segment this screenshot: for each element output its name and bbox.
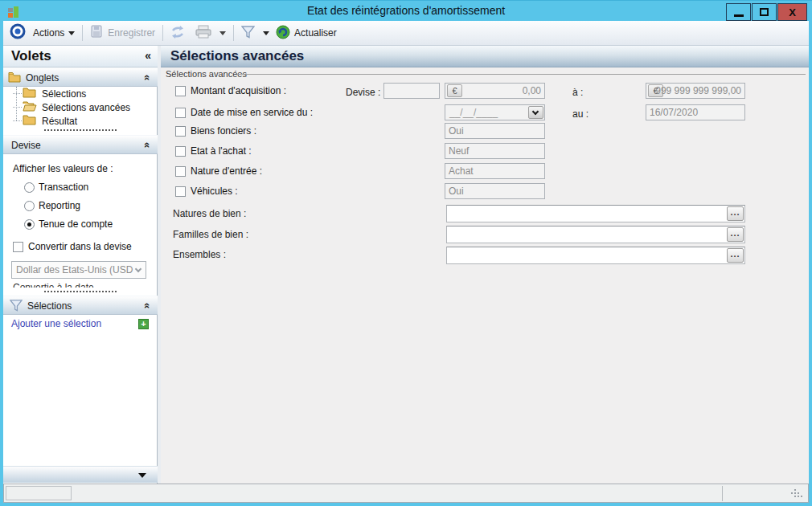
- refresh-green-icon: [276, 25, 290, 42]
- amount-to-field[interactable]: € 999 999 999 999,00: [646, 83, 745, 99]
- actions-label: Actions: [33, 27, 64, 39]
- window-title: Etat des réintégrations d'amortissement: [0, 4, 812, 17]
- resize-grip[interactable]: [794, 489, 804, 499]
- selections-section-header[interactable]: Sélections «: [3, 296, 158, 315]
- section-splitter-handle[interactable]: [44, 291, 117, 292]
- actualiser-label: Actualiser: [294, 27, 337, 39]
- devise-section-header[interactable]: Devise «: [3, 135, 158, 154]
- date-to-field[interactable]: 16/07/2020: [646, 104, 745, 120]
- etat-achat-checkbox[interactable]: Etat à l'achat :: [175, 145, 252, 157]
- browse-button[interactable]: ...: [727, 206, 744, 221]
- actions-button[interactable]: Actions: [30, 23, 78, 43]
- date-dropdown-button[interactable]: [528, 106, 543, 119]
- nature-entree-field[interactable]: Achat: [445, 163, 545, 179]
- amount-from-field[interactable]: € 0,00: [445, 83, 545, 99]
- montant-acquisition-checkbox[interactable]: Montant d'acquisition :: [175, 85, 286, 96]
- browse-button[interactable]: ...: [727, 248, 744, 263]
- volets-title: Volets: [11, 48, 51, 64]
- sidebar-item-selections-avancees[interactable]: Sélections avancées: [13, 100, 154, 114]
- vehicules-checkbox[interactable]: Véhicules :: [175, 186, 238, 197]
- group-legend: Sélections avancées: [166, 69, 247, 79]
- refresh-icon: [170, 26, 185, 41]
- familles-de-bien-label: Familles de bien :: [173, 229, 248, 240]
- chevron-down-icon: [68, 31, 75, 35]
- biens-fonciers-field[interactable]: Oui: [445, 123, 545, 139]
- radio-label: Tenue de compte: [39, 218, 113, 230]
- vehicules-field[interactable]: Oui: [445, 183, 545, 199]
- biens-fonciers-checkbox[interactable]: Biens fonciers :: [175, 125, 256, 137]
- au-label: au :: [572, 108, 588, 120]
- radio-tenue-de-compte[interactable]: Tenue de compte: [24, 218, 113, 230]
- field-value: Neuf: [449, 145, 469, 157]
- natures-de-bien-input[interactable]: ...: [446, 205, 745, 222]
- date-to-value: 16/07/2020: [650, 107, 698, 118]
- natures-de-bien-label: Natures de bien :: [173, 208, 246, 219]
- sidebar-scroll-down-button[interactable]: [3, 466, 158, 483]
- radio-icon: [24, 201, 35, 211]
- convert-currency-checkbox[interactable]: Convertir dans la devise: [13, 241, 132, 252]
- close-button[interactable]: X: [777, 3, 807, 21]
- section-splitter-handle[interactable]: [44, 129, 117, 131]
- collapse-panel-icon[interactable]: «: [145, 49, 151, 62]
- workspace: Volets « Onglets « Sélections: [3, 46, 809, 484]
- add-selection-link[interactable]: Ajouter une sélection: [11, 318, 101, 329]
- title-bar: Etat des réintégrations d'amortissement …: [0, 0, 812, 21]
- sidebar-volets: Volets « Onglets « Sélections: [3, 46, 158, 484]
- add-selection-plus-button[interactable]: +: [138, 319, 149, 329]
- nature-entree-checkbox[interactable]: Nature d'entrée :: [175, 165, 262, 177]
- onglets-section-header[interactable]: Onglets «: [3, 67, 158, 87]
- onglets-title: Onglets: [26, 72, 59, 84]
- toolbar-separator: [162, 25, 163, 41]
- checkbox-label: Véhicules :: [191, 186, 238, 197]
- filter-funnel-icon: [241, 26, 255, 41]
- checkbox-icon: [175, 186, 186, 197]
- date-from-dropdown[interactable]: __/__/____: [445, 104, 545, 120]
- main-panel: Sélections avancées Sélections avancées …: [161, 46, 809, 484]
- actualiser-button[interactable]: Actualiser: [273, 23, 340, 43]
- currency-dropdown[interactable]: Dollar des Etats-Unis (USD: [11, 261, 146, 279]
- checkbox-icon: [13, 242, 23, 252]
- status-bar: [3, 484, 809, 503]
- save-button[interactable]: Enregistrer: [87, 23, 158, 43]
- field-value: Oui: [449, 186, 464, 197]
- tree-item-label: Sélections: [42, 88, 86, 100]
- date-mask: __/__/____: [449, 107, 498, 118]
- ensembles-input[interactable]: ...: [446, 247, 745, 264]
- familles-de-bien-input[interactable]: ...: [446, 226, 745, 243]
- collapse-section-icon[interactable]: «: [141, 303, 154, 308]
- checkbox-icon: [175, 166, 186, 177]
- browse-button[interactable]: ...: [727, 227, 744, 242]
- checkbox-label: Nature d'entrée :: [191, 165, 262, 177]
- sidebar-item-resultat[interactable]: Résultat: [13, 114, 154, 128]
- minimize-button[interactable]: [726, 3, 751, 21]
- date-mise-en-service-checkbox[interactable]: Date de mise en service du :: [175, 107, 313, 118]
- tree-item-label: Sélections avancées: [42, 102, 130, 113]
- radio-reporting[interactable]: Reporting: [24, 200, 80, 211]
- save-label: Enregistrer: [108, 27, 155, 39]
- maximize-button[interactable]: [752, 3, 777, 21]
- field-value: Achat: [449, 165, 474, 177]
- etat-achat-field[interactable]: Neuf: [445, 143, 545, 159]
- volets-header: Volets «: [3, 46, 158, 67]
- sidebar-item-selections[interactable]: Sélections: [13, 87, 154, 100]
- status-divider: [722, 486, 723, 501]
- chevron-down-icon: [138, 473, 146, 478]
- filter-button[interactable]: [238, 23, 273, 43]
- refresh-button[interactable]: [167, 23, 192, 43]
- folder-icon: [23, 114, 37, 129]
- print-button[interactable]: [192, 23, 229, 43]
- checkbox-icon: [175, 126, 186, 137]
- folder-icon: [23, 87, 37, 101]
- devise-input[interactable]: [383, 83, 440, 99]
- status-cell: [6, 486, 72, 500]
- euro-icon[interactable]: €: [447, 84, 462, 97]
- tree-connector: [13, 107, 22, 108]
- toolbar-separator: [82, 25, 83, 41]
- amount-from-value: 0,00: [523, 85, 541, 96]
- collapse-section-icon[interactable]: «: [141, 142, 154, 148]
- ensembles-label: Ensembles :: [173, 249, 226, 260]
- checkbox-icon: [175, 146, 186, 157]
- collapse-section-icon[interactable]: «: [141, 75, 154, 80]
- checkbox-icon: [175, 108, 186, 118]
- radio-transaction[interactable]: Transaction: [24, 182, 88, 193]
